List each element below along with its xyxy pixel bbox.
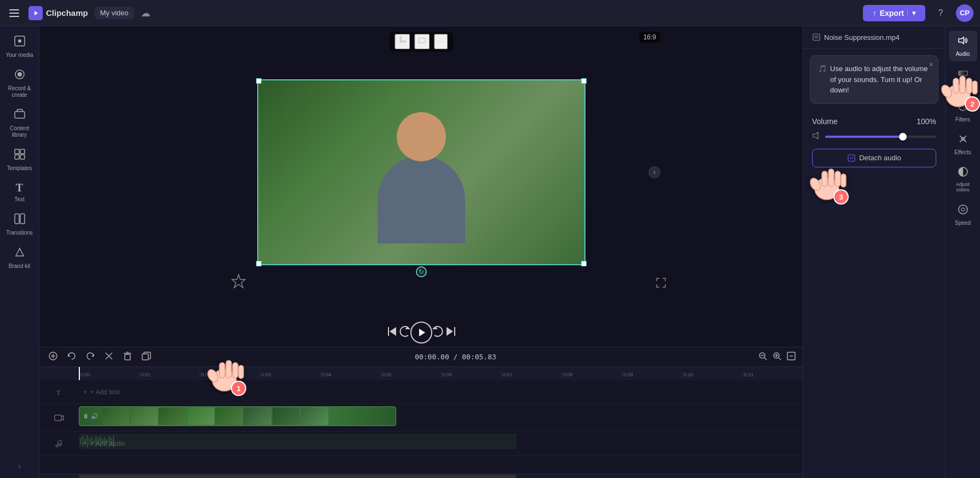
aspect-ratio-badge: 16:9 — [639, 32, 660, 43]
svg-rect-34 — [142, 354, 148, 360]
user-avatar[interactable]: CP — [956, 4, 973, 22]
app-name: Clipchamp — [46, 8, 88, 18]
sidebar-expand-button[interactable]: › — [12, 458, 27, 474]
handle-bottom-right[interactable] — [581, 261, 587, 266]
video-title[interactable]: My video — [95, 7, 134, 19]
right-icon-audio[interactable]: Audio — [949, 31, 977, 61]
logo-icon — [28, 6, 43, 20]
handle-bottom-left[interactable] — [256, 261, 262, 266]
resize-button[interactable] — [414, 34, 430, 49]
right-icon-effects[interactable]: Effects — [949, 129, 977, 160]
zoom-in-button[interactable] — [772, 351, 782, 363]
add-text-plus-icon: + — [83, 388, 87, 396]
ruler-mark-9: 0:09 — [622, 371, 682, 378]
zoom-out-button[interactable] — [758, 351, 768, 363]
timeline-scrollbar[interactable] — [39, 474, 803, 478]
svg-marker-23 — [446, 327, 453, 336]
video-track-content[interactable]: ⏸ 🔊 — [79, 404, 803, 431]
volume-slider[interactable] — [825, 136, 936, 138]
save-icon[interactable]: ☁ — [141, 7, 150, 19]
right-icon-fade[interactable]: Fade — [949, 63, 977, 94]
crop-button[interactable] — [395, 34, 410, 49]
volume-slider-fill — [825, 136, 903, 138]
add-media-button[interactable] — [46, 349, 60, 365]
speed-label: Speed — [955, 220, 971, 226]
svg-rect-15 — [419, 38, 425, 43]
forward-button[interactable] — [432, 325, 444, 340]
volume-section: Volume 100% — [803, 110, 945, 149]
sidebar-item-transitions[interactable]: Transitions — [3, 208, 37, 241]
clip-frame-1 — [102, 407, 129, 425]
file-info: Noise Suppression.mp4 — [812, 33, 900, 42]
hamburger-menu-button[interactable] — [7, 5, 22, 21]
svg-text:T: T — [56, 389, 61, 396]
detach-audio-button[interactable]: Detach audio — [812, 149, 936, 167]
svg-marker-57 — [959, 37, 964, 44]
svg-rect-6 — [15, 112, 25, 118]
clip-frames — [102, 407, 396, 425]
delete-button[interactable] — [120, 349, 135, 365]
undo-button[interactable] — [65, 349, 79, 365]
right-icon-adjust-colors[interactable]: Adjust colors — [949, 162, 977, 197]
play-button[interactable] — [410, 322, 432, 343]
sidebar-item-text[interactable]: T Text — [3, 177, 37, 207]
svg-rect-7 — [15, 149, 19, 154]
timeline-timecode: 00:00.00 / 00:05.83 — [158, 353, 753, 361]
rotate-handle[interactable]: ↻ — [416, 266, 427, 277]
sidebar-item-content-library[interactable]: Content library — [3, 104, 37, 143]
adjust-colors-icon — [958, 166, 969, 180]
video-clip[interactable]: ⏸ 🔊 — [79, 406, 396, 426]
topbar: Clipchamp My video ☁ ↑ Export ▾ ? CP — [0, 0, 980, 26]
audio-track-label — [39, 439, 79, 448]
add-text-button[interactable]: + + Add text — [79, 380, 803, 404]
export-button[interactable]: ↑ Export ▾ — [863, 5, 925, 21]
tooltip-close-button[interactable]: × — [929, 60, 933, 69]
filters-icon — [958, 101, 969, 114]
sidebar-item-your-media[interactable]: Your media — [3, 31, 37, 63]
redo-button[interactable] — [83, 349, 97, 365]
sidebar-item-brand-kit[interactable]: Brand kit — [3, 242, 37, 274]
fit-timeline-button[interactable] — [786, 351, 796, 363]
help-button[interactable]: ? — [932, 4, 949, 22]
ruler-mark-2: 0:02 — [200, 371, 260, 378]
text-track-content: + + Add text — [79, 380, 803, 404]
sidebar-item-templates[interactable]: Templates — [3, 144, 37, 176]
right-icon-filters[interactable]: Filters — [949, 96, 977, 127]
audio-track: + + Add audio — [39, 432, 803, 456]
fullscreen-button[interactable] — [655, 277, 667, 291]
skip-forward-button[interactable] — [444, 325, 456, 340]
svg-rect-12 — [20, 214, 25, 224]
app-logo[interactable]: Clipchamp — [28, 6, 88, 20]
duplicate-button[interactable] — [139, 349, 153, 365]
text-track-label: T — [39, 388, 79, 396]
volume-icon-clip: 🔊 — [91, 413, 98, 420]
handle-top-right[interactable] — [581, 78, 587, 84]
record-create-label: Record & create — [5, 85, 34, 98]
effects-label: Effects — [954, 149, 971, 155]
volume-slider-row — [812, 131, 936, 142]
ruler-mark-7: 0:07 — [501, 371, 561, 378]
brand-kit-label: Brand kit — [9, 263, 30, 270]
cut-button[interactable] — [102, 349, 116, 365]
clip-frame-8 — [301, 407, 328, 425]
volume-mute-icon[interactable] — [812, 131, 821, 142]
more-options-button[interactable]: ··· — [434, 34, 448, 49]
skip-back-button[interactable] — [386, 325, 398, 340]
clip-frame-6 — [244, 407, 271, 425]
volume-slider-thumb[interactable] — [899, 133, 907, 141]
ruler-mark-6: 0:06 — [441, 371, 501, 378]
collapse-panel-button[interactable]: › — [648, 166, 660, 178]
handle-top-left[interactable] — [256, 78, 262, 84]
timeline-scrollbar-thumb[interactable] — [79, 475, 517, 478]
audio-label: Audio — [956, 51, 970, 57]
audio-icon — [958, 35, 969, 49]
fade-icon — [958, 68, 969, 81]
magic-enhance-button[interactable] — [231, 273, 246, 291]
right-icon-speed[interactable]: Speed — [949, 200, 977, 230]
svg-point-5 — [18, 72, 22, 77]
person-body — [378, 156, 465, 243]
sidebar-item-record-create[interactable]: Record & create — [3, 64, 37, 103]
speed-icon — [958, 204, 969, 218]
timeline-playhead — [79, 367, 80, 380]
rewind-button[interactable] — [398, 325, 410, 340]
